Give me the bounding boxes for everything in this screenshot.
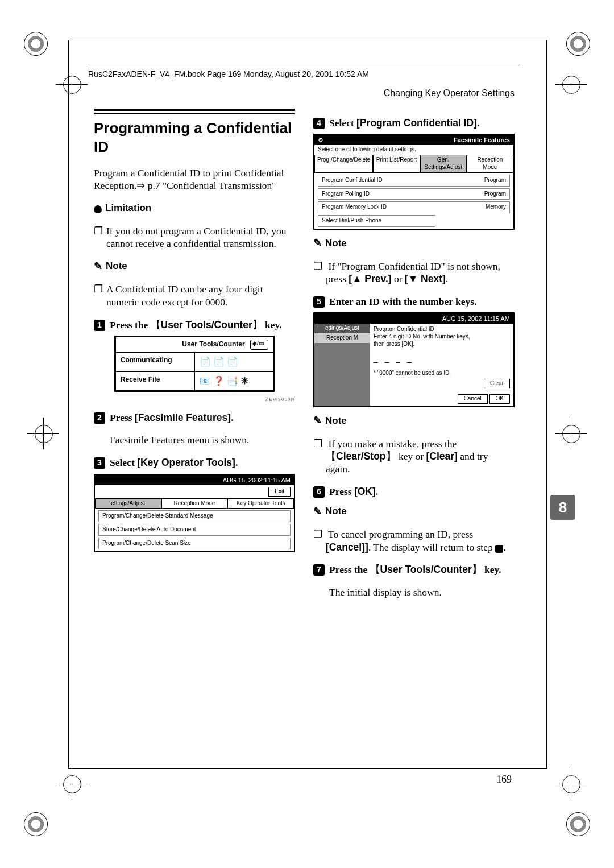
step-number-icon: 7 [313,564,325,576]
step4-text: Select [Program Confidential ID]. [329,117,479,129]
shot4-row: Program Polling IDProgram [318,188,510,200]
shot3-tab: ettings/Adjust [95,498,161,509]
step3-c: . [235,457,238,468]
shot3-tab: Key Operator Tools [227,498,294,509]
user-tools-key-icon [250,340,268,350]
step1-a: Press the [110,319,151,330]
step-2: 2 Press [Facsimile Features]. [94,411,295,424]
shot4-tab: Print List/Report [373,155,420,173]
shot4-tab: Gen. Settings/Adjust [420,155,467,173]
note-heading-5: Note [313,414,515,427]
pencil-icon [94,260,102,273]
right-column: 4 Select [Program Confidential ID]. ⚙Fac… [313,109,515,609]
step2-c: . [231,412,233,423]
step-6: 6 Press [OK]. [313,485,515,498]
note6-item: To cancel programming an ID, press [Canc… [326,528,515,553]
corner-ring [24,812,48,836]
step3-a: Select [110,457,137,468]
shot3-row: Store/Change/Delete Auto Document [98,524,291,536]
shot4-tab: Prog./Change/Delete [314,155,373,173]
note-label: Note [106,260,127,272]
panel-row1-label: Communicating [116,353,195,371]
step-1: 1 Press the User Tools/Counter key. [94,319,295,331]
corner-ring [566,812,590,836]
ok-key: [OK] [354,486,376,497]
step-number-icon: 4 [313,118,325,129]
step5-text: Enter an ID with the number keys. [329,295,476,308]
shot5-time: AUG 15, 2002 11:15 AM [442,315,510,323]
step7-text: Press the User Tools/Counter key. [329,563,501,576]
header-rule [88,64,520,64]
clear-key: [Clear] [426,450,458,462]
step-number-icon: 1 [94,320,105,331]
screenshot-facsimile-features: ⚙Facsimile Features Select one of follow… [313,134,515,230]
note-heading-1: Note [94,260,295,273]
shot3-row: Program/Change/Delete Scan Size [98,538,291,549]
next-key: [▼ Next] [405,273,446,284]
panel-caption: ZEWS050N [94,396,295,403]
note5-item: If you make a mistake, press the Clear/S… [326,437,515,476]
screenshot-enter-id: AUG 15, 2002 11:15 AM ettings/Adjust Rec… [313,312,515,407]
step-5: 5 Enter an ID with the number keys. [313,295,515,308]
crosshair-mark [561,774,581,794]
step1-c: key. [263,319,282,330]
limitation-item: If you do not program a Confidential ID,… [106,225,295,250]
shot5-warn: * "0000" cannot be used as ID. [374,370,510,377]
crosshair-mark [61,774,82,794]
left-column: Programming a Confidential ID Program a … [94,109,295,609]
book-header: RusC2FaxADEN-F_V4_FM.book Page 169 Monda… [88,69,369,78]
running-head: Changing Key Operator Settings [94,88,515,98]
step-number-icon: 2 [94,412,105,424]
arrow-icon [136,180,145,191]
note1-item: A Confidential ID can be any four digit … [106,283,295,308]
step4-a: Select [329,117,356,129]
bulb-icon [94,205,102,213]
shot4-row: Program Memory Lock IDMemory [318,201,510,213]
shot5-line2: then press [OK]. [374,341,510,348]
crosshair-mark [33,423,53,444]
shot5-cancel: Cancel [458,394,488,404]
shot5-ok: OK [489,394,510,404]
shot5-dash: _ _ _ _ [374,354,510,364]
panel-title: User Tools/Counter [182,340,244,348]
step2-text: Press [Facsimile Features]. [110,411,234,424]
shot4-row: Select Dial/Push Phone [318,215,435,227]
note-label: Note [325,415,347,427]
step-number-icon: 6 [313,486,325,498]
step4-c: . [477,117,479,129]
crosshair-mark [561,423,581,444]
limitation-heading: Limitation [94,202,295,214]
page-number: 169 [496,774,512,786]
note4-item: If "Program Confidential ID" is not show… [326,260,515,286]
step-4: 4 Select [Program Confidential ID]. [313,117,515,129]
step-ref-icon: 4 [495,545,503,553]
step3-text: Select [Key Operator Tools]. [110,456,238,469]
panel-row2-label: Receive File [116,372,195,390]
step6-text: Press [OK]. [329,485,378,498]
prev-key: [▲ Prev.] [349,273,391,284]
note-label: Note [325,237,347,250]
panel-row1-icons: 📄 📄 📄 [195,353,273,371]
shot4-row: Program Confidential IDProgram [318,175,510,187]
step4-key: [Program Confidential ID] [356,117,477,129]
shot3-row: Program/Change/Delete Standard Message [98,510,291,522]
content-area: Changing Key Operator Settings Programmi… [94,88,515,702]
shot3-time: AUG 15, 2002 11:15 AM [223,476,291,484]
note-heading-6: Note [313,505,515,518]
shot4-title: Facsimile Features [454,136,510,144]
step7-body: The initial display is shown. [329,586,515,598]
shot5-clear: Clear [484,379,510,388]
section-title: Programming a Confidential ID [94,119,295,157]
shot4-tab: Reception Mode [467,155,513,173]
shot5-line1: Enter 4 digit ID No. with Number keys, [374,333,510,341]
limitation-label: Limitation [105,202,151,214]
intro-ref: p.7 "Confidential Transmission" [145,180,276,191]
note-heading-4: Note [313,237,515,250]
step-7: 7 Press the User Tools/Counter key. [313,563,515,576]
pencil-icon [313,414,322,427]
pencil-icon [313,237,322,250]
shot5-head: Program Confidential ID [374,326,510,333]
shot3-tab: Reception Mode [161,498,228,509]
step-number-icon: 3 [94,457,105,469]
shot4-sub: Select one of following default settings… [314,145,513,155]
